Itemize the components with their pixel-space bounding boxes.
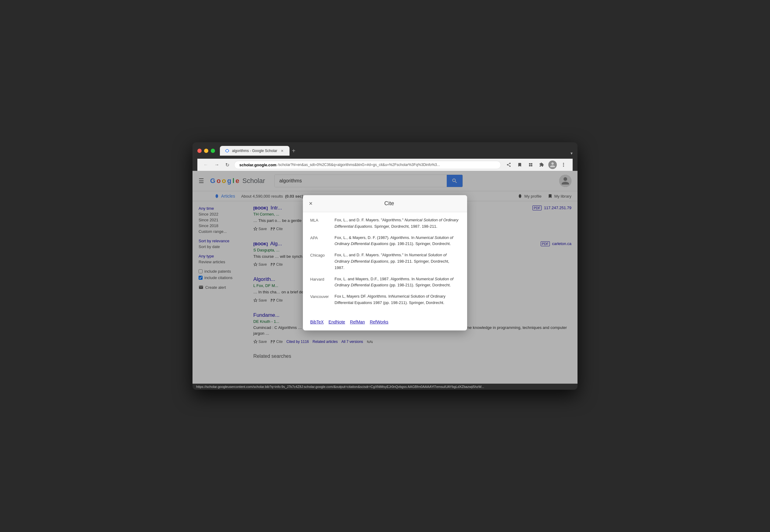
svg-point-7 — [563, 164, 564, 165]
back-button[interactable]: ← — [202, 161, 209, 169]
tab-close-button[interactable]: × — [280, 148, 285, 153]
forward-button[interactable]: → — [213, 161, 220, 169]
extension-icon[interactable] — [527, 161, 535, 169]
browser-tabs: algorithms - Google Scholar × + ▾ — [220, 146, 573, 156]
scholar-page-wrapper: ☰ Google Scholar — [192, 171, 578, 384]
svg-rect-5 — [531, 165, 533, 167]
bookmark-icon[interactable] — [516, 161, 524, 169]
address-path: /scholar?hl=en&as_sdt=0%2C36&q=algorithm… — [278, 163, 440, 167]
tabs-menu-button[interactable]: ▾ — [571, 151, 573, 156]
modal-overlay: × Cite MLA Fox, L., and D. F. Mayers. "A… — [192, 171, 578, 384]
harvard-label: Harvard — [310, 276, 334, 289]
endnote-link[interactable]: EndNote — [328, 320, 345, 324]
vancouver-row: Vancouver Fox L, Mayers DF. Algorithms. … — [310, 293, 460, 306]
apa-row: APA Fox, L., & Mayers, D. F. (1987). Alg… — [310, 235, 460, 247]
status-bar-url: https://scholar.googleusercontent.com/sc… — [196, 385, 484, 389]
modal-footer: BibTeX EndNote RefMan RefWorks — [303, 316, 467, 330]
chicago-label: Chicago — [310, 252, 334, 271]
active-tab[interactable]: algorithms - Google Scholar × — [220, 146, 289, 156]
harvard-row: Harvard Fox, L. and Mayers, D.F., 1987. … — [310, 276, 460, 289]
tab-title: algorithms - Google Scholar — [232, 149, 277, 153]
svg-point-8 — [563, 166, 564, 167]
bibtex-link[interactable]: BibTeX — [310, 320, 323, 324]
mla-label: MLA — [310, 217, 334, 230]
more-menu-icon[interactable] — [559, 161, 568, 169]
mla-text: Fox, L., and D. F. Mayers. "Algorithms."… — [334, 217, 460, 230]
traffic-lights — [197, 149, 215, 153]
browser-window: algorithms - Google Scholar × + ▾ ← → ↻ … — [192, 142, 578, 390]
apa-label: APA — [310, 235, 334, 247]
svg-rect-3 — [531, 163, 533, 165]
tab-favicon-icon — [225, 148, 230, 153]
mla-row: MLA Fox, L., and D. F. Mayers. "Algorith… — [310, 217, 460, 230]
apa-text: Fox, L., & Mayers, D. F. (1987). Algorit… — [334, 235, 460, 247]
svg-point-6 — [563, 163, 564, 164]
browser-controls: algorithms - Google Scholar × + ▾ — [197, 146, 573, 156]
vancouver-label: Vancouver — [310, 293, 334, 306]
puzzle-extension-icon[interactable] — [537, 161, 546, 169]
chicago-row: Chicago Fox, L., and D. F. Mayers. "Algo… — [310, 252, 460, 271]
close-window-button[interactable] — [197, 149, 202, 153]
address-bar[interactable]: scholar.google.com /scholar?hl=en&as_sdt… — [234, 161, 501, 169]
address-bar-area: ← → ↻ scholar.google.com /scholar?hl=en&… — [197, 159, 573, 171]
refman-link[interactable]: RefMan — [350, 320, 365, 324]
vancouver-text: Fox L, Mayers DF. Algorithms. InNumerica… — [334, 293, 460, 306]
harvard-text: Fox, L. and Mayers, D.F., 1987. Algorith… — [334, 276, 460, 289]
cite-modal: × Cite MLA Fox, L., and D. F. Mayers. "A… — [303, 195, 467, 330]
modal-header: × Cite — [303, 195, 467, 212]
toolbar-icons — [505, 161, 568, 169]
status-bar: https://scholar.googleusercontent.com/sc… — [192, 384, 578, 390]
modal-title: Cite — [317, 200, 461, 207]
user-avatar[interactable] — [548, 161, 557, 169]
titlebar: algorithms - Google Scholar × + ▾ ← → ↻ … — [192, 142, 578, 171]
modal-body: MLA Fox, L., and D. F. Mayers. "Algorith… — [303, 212, 467, 316]
new-tab-button[interactable]: + — [289, 146, 298, 156]
modal-close-button[interactable]: × — [309, 200, 312, 207]
address-domain: scholar.google.com — [239, 163, 276, 167]
refworks-link[interactable]: RefWorks — [370, 320, 389, 324]
svg-rect-2 — [529, 163, 531, 165]
reload-button[interactable]: ↻ — [224, 161, 230, 169]
svg-rect-4 — [529, 165, 531, 167]
chicago-text: Fox, L., and D. F. Mayers. "Algorithms."… — [334, 252, 460, 271]
maximize-window-button[interactable] — [211, 149, 215, 153]
minimize-window-button[interactable] — [204, 149, 208, 153]
share-icon[interactable] — [505, 161, 513, 169]
